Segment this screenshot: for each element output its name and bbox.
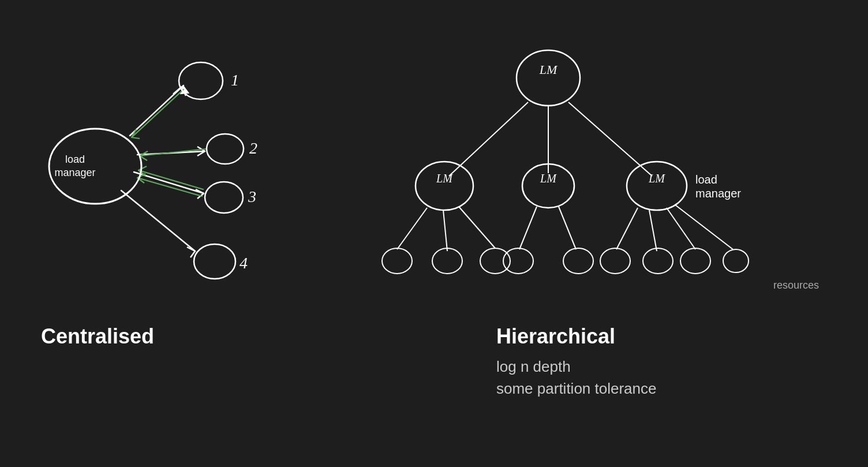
svg-point-30 (205, 182, 243, 213)
svg-line-56 (667, 208, 695, 249)
svg-line-19 (137, 178, 202, 196)
svg-text:1: 1 (231, 71, 239, 89)
svg-point-64 (643, 248, 673, 274)
svg-line-50 (443, 210, 447, 251)
svg-point-25 (49, 129, 141, 204)
svg-point-28 (207, 134, 244, 164)
svg-text:2: 2 (249, 139, 257, 157)
svg-line-22 (132, 89, 184, 137)
svg-text:LM: LM (539, 62, 558, 77)
svg-point-26 (179, 62, 223, 99)
svg-point-59 (432, 248, 462, 274)
svg-text:load: load (65, 154, 85, 165)
svg-point-58 (382, 248, 412, 274)
svg-text:4: 4 (240, 254, 248, 272)
svg-line-10 (121, 190, 195, 251)
svg-point-36 (517, 50, 580, 106)
svg-point-63 (600, 248, 630, 274)
svg-point-32 (194, 244, 235, 279)
label-partition-tolerance: some partition tolerance (496, 380, 656, 398)
svg-line-13 (140, 149, 207, 156)
svg-line-38 (449, 102, 528, 176)
svg-text:LM: LM (648, 172, 665, 185)
svg-point-41 (416, 162, 473, 210)
svg-line-55 (649, 210, 657, 251)
svg-text:LM: LM (540, 172, 557, 185)
svg-line-52 (519, 207, 537, 249)
svg-line-16 (139, 170, 203, 189)
svg-text:manager: manager (695, 187, 741, 200)
svg-line-24 (132, 137, 140, 139)
svg-text:manager: manager (54, 167, 95, 178)
svg-point-65 (680, 248, 710, 274)
diagram-container: 1 2 3 4 load manager LM LM LM LM (0, 0, 868, 467)
svg-line-53 (559, 207, 576, 249)
svg-text:load: load (695, 173, 717, 186)
svg-text:LM: LM (436, 172, 453, 185)
svg-line-17 (139, 166, 147, 170)
svg-text:3: 3 (248, 188, 256, 206)
label-log-n-depth: log n depth (496, 358, 571, 376)
svg-line-51 (459, 207, 495, 248)
label-centralised: Centralised (41, 324, 154, 349)
svg-point-61 (503, 248, 533, 274)
svg-point-66 (723, 249, 749, 272)
svg-point-62 (563, 248, 593, 274)
svg-line-54 (616, 208, 638, 249)
svg-text:resources: resources (773, 279, 819, 291)
label-hierarchical: Hierarchical (496, 324, 615, 349)
main-svg: 1 2 3 4 load manager LM LM LM LM (0, 0, 868, 467)
svg-point-60 (480, 248, 510, 274)
svg-line-49 (397, 208, 427, 249)
svg-point-45 (627, 162, 687, 210)
svg-line-40 (568, 102, 652, 176)
svg-line-57 (675, 205, 733, 249)
